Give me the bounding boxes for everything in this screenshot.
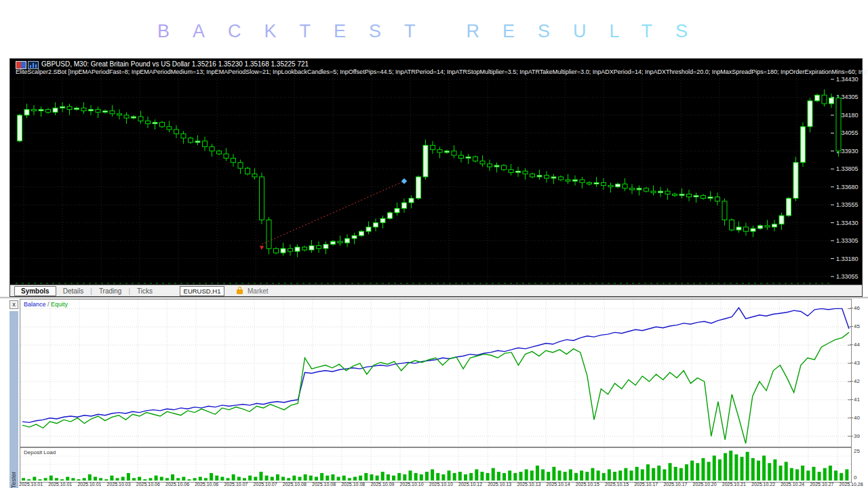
candle bbox=[573, 180, 578, 181]
axis-label: 44 bbox=[854, 342, 860, 348]
candle bbox=[808, 101, 812, 127]
deposit-bar bbox=[210, 473, 213, 481]
candle bbox=[359, 231, 364, 235]
candle bbox=[665, 191, 670, 194]
deposit-bar bbox=[734, 454, 738, 481]
deposit-bar bbox=[569, 469, 572, 481]
deposit-load-chart[interactable] bbox=[20, 448, 851, 481]
candlestick-chart[interactable]: 1.344301.343051.341801.340551.339301.338… bbox=[10, 59, 862, 286]
deposit-bar bbox=[116, 478, 119, 481]
legend-balance: Balance bbox=[24, 301, 46, 308]
deposit-bar bbox=[364, 473, 368, 481]
deposit-bar bbox=[801, 466, 804, 481]
candle bbox=[331, 241, 336, 244]
candle bbox=[488, 164, 492, 167]
deposit-bar bbox=[707, 462, 711, 481]
deposit-bar bbox=[663, 469, 666, 481]
candle bbox=[601, 182, 606, 185]
deposit-bar bbox=[530, 470, 534, 481]
candle bbox=[395, 208, 399, 212]
deposit-bar bbox=[630, 470, 633, 481]
deposit-bar bbox=[276, 474, 279, 481]
candle bbox=[217, 151, 222, 154]
deposit-bar bbox=[33, 476, 36, 481]
chart-titlebar: GBPUSD, M30: Great Britain Pound vs US D… bbox=[10, 59, 862, 77]
candle bbox=[822, 95, 827, 104]
tab-details[interactable]: Details bbox=[56, 287, 91, 295]
deposit-bar bbox=[287, 478, 290, 481]
candle bbox=[523, 171, 528, 174]
deposit-bar bbox=[155, 476, 158, 481]
candle bbox=[730, 220, 734, 230]
deposit-bar bbox=[171, 474, 174, 481]
deposit-bar bbox=[508, 470, 511, 481]
deposit-bar bbox=[331, 474, 334, 481]
deposit-bar bbox=[160, 476, 163, 481]
deposit-bar bbox=[574, 473, 578, 481]
candle bbox=[181, 134, 186, 138]
candle bbox=[138, 117, 143, 121]
candle bbox=[416, 177, 421, 199]
candle bbox=[758, 226, 763, 228]
candle bbox=[132, 117, 136, 118]
candle bbox=[245, 168, 250, 174]
deposit-bar bbox=[618, 470, 622, 481]
candle bbox=[409, 199, 414, 203]
deposit-bar bbox=[165, 478, 169, 481]
candle bbox=[146, 121, 151, 123]
candle bbox=[658, 191, 663, 192]
deposit-bar bbox=[785, 462, 788, 481]
balance-equity-chart[interactable] bbox=[20, 300, 851, 445]
deposit-bar bbox=[480, 472, 484, 481]
candle bbox=[437, 150, 442, 152]
candle bbox=[836, 98, 841, 151]
tab-ticks[interactable]: Ticks bbox=[130, 287, 159, 295]
candle bbox=[494, 165, 499, 167]
deposit-bar bbox=[110, 476, 113, 481]
date-label: 2025.10.07 bbox=[254, 482, 277, 487]
deposit-bar bbox=[193, 478, 197, 481]
deposit-bar bbox=[414, 473, 418, 481]
deposit-bar bbox=[237, 476, 241, 481]
deposit-bar bbox=[525, 469, 528, 481]
banner-letter: E bbox=[502, 21, 538, 41]
deposit-bar bbox=[762, 455, 766, 481]
ea-parameters-line: EliteScalper2.SBot [InpEMAPeriodFast=8; … bbox=[16, 68, 868, 75]
deposit-bar bbox=[304, 474, 307, 481]
candle bbox=[502, 165, 507, 169]
deposit-bar bbox=[149, 478, 152, 481]
deposit-bar bbox=[259, 472, 262, 481]
date-label: 2025.10.01 bbox=[48, 482, 72, 487]
deposit-bar bbox=[669, 463, 672, 481]
candle bbox=[203, 141, 208, 146]
date-label: 2025.10.01 bbox=[77, 482, 101, 487]
tester-close-button[interactable]: x bbox=[9, 300, 18, 309]
deposit-bar bbox=[840, 473, 843, 481]
axis-label: 43 bbox=[854, 360, 860, 366]
candle bbox=[673, 194, 677, 195]
deposit-bar bbox=[99, 478, 102, 481]
balance-axis: 4645444342414039 bbox=[852, 299, 868, 446]
candles-group bbox=[18, 89, 842, 258]
deposit-bar bbox=[348, 478, 351, 481]
deposit-bar bbox=[50, 476, 53, 481]
tab-symbols[interactable]: Symbols bbox=[14, 286, 56, 296]
deposit-bar bbox=[298, 476, 302, 481]
candle bbox=[630, 188, 635, 190]
candle bbox=[267, 220, 271, 248]
deposit-bar bbox=[143, 479, 146, 481]
deposit-bar bbox=[77, 479, 81, 481]
deposit-load-panel: Deposit Load bbox=[20, 447, 852, 483]
tab-trading[interactable]: Trading bbox=[92, 287, 129, 295]
chart-symbol-selector[interactable]: EURUSD,H1 bbox=[180, 286, 224, 296]
date-label: 2025.10.24 bbox=[781, 482, 804, 487]
svg-text:1.33680: 1.33680 bbox=[836, 184, 859, 190]
deposit-bar bbox=[713, 455, 716, 481]
candle bbox=[509, 169, 513, 172]
banner-letter: T bbox=[404, 21, 438, 41]
candle bbox=[103, 111, 108, 113]
candle bbox=[18, 115, 22, 141]
date-label: 2025.10.22 bbox=[751, 482, 775, 487]
candle bbox=[210, 146, 214, 150]
candle bbox=[779, 216, 784, 224]
